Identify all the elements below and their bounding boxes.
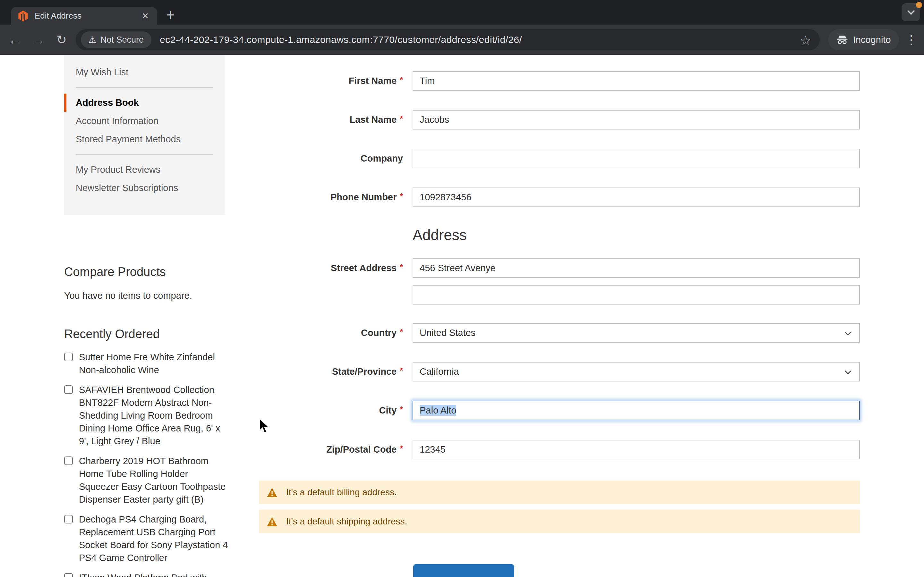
warning-icon (267, 517, 277, 526)
required-marker: * (400, 366, 403, 375)
page-content: My Wish List Address Book Account Inform… (0, 55, 924, 577)
edit-address-form: First Name* Last Name* Company Phone Num… (259, 55, 860, 577)
list-item[interactable]: Charberry 2019 HOT Bathroom Home Tube Ro… (64, 455, 229, 506)
notification-dot (916, 2, 922, 8)
sidebar-item-stored-payment-methods[interactable]: Stored Payment Methods (76, 130, 216, 148)
city-input[interactable]: Palo Alto (413, 401, 860, 420)
security-chip[interactable]: ⚠ Not Secure (81, 31, 152, 48)
sidebar-item-my-wish-list[interactable]: My Wish List (76, 63, 216, 81)
city-label: City* (259, 401, 413, 420)
sidebar-divider (76, 87, 213, 88)
first-name-input[interactable] (413, 71, 860, 91)
country-selected-value: United States (420, 327, 475, 338)
street-address-input[interactable] (413, 258, 860, 278)
country-select[interactable]: United States (413, 323, 860, 343)
selected-text: Palo Alto (420, 405, 456, 416)
compare-products-title: Compare Products (64, 265, 244, 279)
chevron-down-icon (907, 7, 915, 15)
product-checkbox[interactable] (64, 456, 73, 465)
message-text: It's a default shipping address. (286, 516, 407, 527)
warning-icon (267, 488, 277, 497)
street-address-2-label (259, 285, 413, 305)
product-checkbox[interactable] (64, 573, 73, 577)
tab-close-icon[interactable]: ✕ (140, 11, 150, 21)
street-address-label: Street Address* (259, 258, 413, 278)
reload-button[interactable]: ↻ (57, 34, 67, 46)
save-button[interactable] (413, 564, 514, 577)
compare-empty-text: You have no items to compare. (64, 290, 244, 301)
recently-ordered-title: Recently Ordered (64, 327, 244, 341)
default-billing-message: It's a default billing address. (259, 480, 860, 504)
sidebar-item-account-information[interactable]: Account Information (76, 112, 216, 130)
list-item[interactable]: Dechoga PS4 Charging Board, Replacement … (64, 513, 229, 564)
state-province-select[interactable]: California (413, 362, 860, 382)
left-column: My Wish List Address Book Account Inform… (64, 55, 244, 577)
company-label: Company (259, 149, 413, 168)
sidebar-divider (76, 154, 213, 155)
state-province-label: State/Province* (259, 362, 413, 382)
address-bar[interactable]: ⚠ Not Secure ec2-44-202-179-34.compute-1… (76, 29, 820, 50)
phone-number-label: Phone Number* (259, 187, 413, 207)
country-label: Country* (259, 323, 413, 343)
incognito-icon (836, 35, 848, 45)
address-section-title: Address (413, 226, 860, 243)
phone-number-input[interactable] (413, 187, 860, 207)
magento-favicon-icon (18, 11, 28, 21)
required-marker: * (400, 75, 403, 84)
product-name[interactable]: SAFAVIEH Brentwood Collection BNT822F Mo… (79, 385, 220, 446)
chevron-down-icon (845, 329, 851, 335)
company-input[interactable] (413, 149, 860, 168)
product-checkbox[interactable] (64, 385, 73, 394)
browser-tab[interactable]: Edit Address ✕ (11, 7, 157, 25)
recently-ordered-list: Sutter Home Fre White Zinfandel Non-alco… (64, 351, 244, 577)
last-name-label: Last Name* (259, 110, 413, 129)
back-button[interactable]: ← (8, 33, 21, 46)
message-text: It's a default billing address. (286, 487, 397, 498)
product-checkbox[interactable] (64, 515, 73, 524)
product-name[interactable]: Charberry 2019 HOT Bathroom Home Tube Ro… (79, 456, 226, 504)
new-tab-button[interactable]: + (162, 6, 179, 24)
required-marker: * (400, 263, 403, 271)
browser-toolbar: ← → ↻ ⚠ Not Secure ec2-44-202-179-34.com… (0, 25, 924, 55)
first-name-label: First Name* (259, 71, 413, 91)
incognito-label: Incognito (853, 35, 891, 45)
account-navigation: My Wish List Address Book Account Inform… (64, 55, 225, 215)
security-chip-label: Not Secure (100, 35, 144, 45)
sidebar-item-my-product-reviews[interactable]: My Product Reviews (76, 161, 216, 179)
zip-postal-code-label: Zip/Postal Code* (259, 440, 413, 459)
incognito-badge: Incognito (828, 29, 899, 50)
list-item[interactable]: Sutter Home Fre White Zinfandel Non-alco… (64, 351, 229, 376)
state-selected-value: California (420, 366, 459, 377)
required-marker: * (400, 405, 403, 414)
sidebar-item-address-book[interactable]: Address Book (64, 93, 216, 112)
last-name-input[interactable] (413, 110, 860, 129)
street-address-2-input[interactable] (413, 285, 860, 305)
zip-postal-code-input[interactable] (413, 440, 860, 459)
tab-strip: Edit Address ✕ + (0, 0, 924, 25)
bookmark-star-icon[interactable]: ☆ (800, 33, 811, 48)
list-item[interactable]: SAFAVIEH Brentwood Collection BNT822F Mo… (64, 384, 229, 448)
forward-button[interactable]: → (32, 33, 45, 46)
url-text[interactable]: ec2-44-202-179-34.compute-1.amazonaws.co… (160, 34, 522, 45)
warning-triangle-icon: ⚠ (89, 35, 96, 44)
required-marker: * (400, 444, 403, 453)
required-marker: * (400, 114, 403, 123)
required-marker: * (400, 192, 403, 201)
tab-title: Edit Address (35, 11, 140, 21)
product-checkbox[interactable] (64, 353, 73, 361)
sidebar-item-newsletter-subscriptions[interactable]: Newsletter Subscriptions (76, 179, 216, 197)
default-shipping-message: It's a default shipping address. (259, 510, 860, 533)
product-name[interactable]: Dechoga PS4 Charging Board, Replacement … (79, 514, 228, 563)
required-marker: * (400, 327, 403, 336)
list-item[interactable]: ITIxon Wood Platform Bed with (64, 571, 229, 577)
chevron-down-icon (845, 368, 851, 374)
product-name[interactable]: Sutter Home Fre White Zinfandel Non-alco… (79, 352, 215, 375)
browser-menu-icon[interactable]: ⋮ (905, 33, 918, 47)
product-name[interactable]: ITIxon Wood Platform Bed with (79, 572, 207, 577)
